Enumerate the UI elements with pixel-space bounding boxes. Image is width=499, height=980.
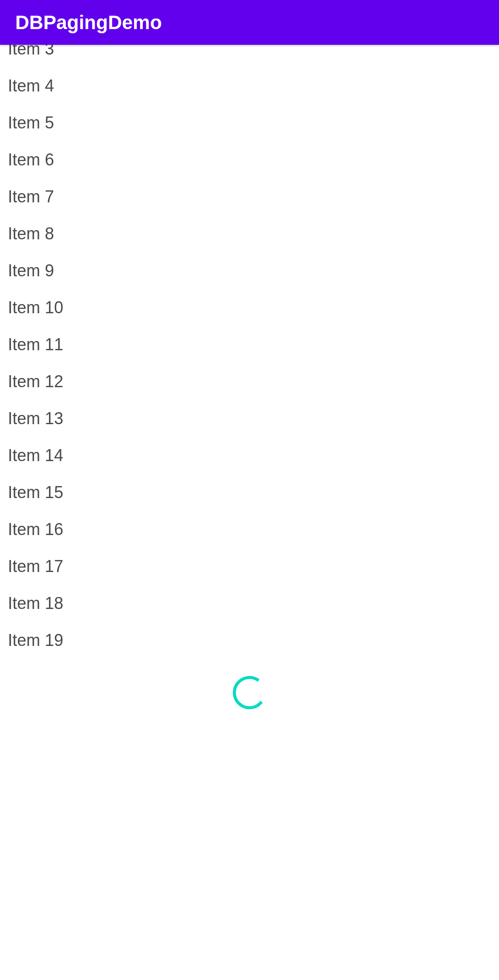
list-item-label: Item 17 — [8, 557, 63, 576]
list-item[interactable]: Item 5 — [0, 104, 499, 141]
app-title: DBPagingDemo — [15, 12, 162, 34]
loading-indicator-container — [0, 659, 499, 730]
svg-point-0 — [234, 677, 265, 708]
list-item-label: Item 7 — [8, 187, 54, 206]
list-item[interactable]: Item 8 — [0, 215, 499, 252]
list-item[interactable]: Item 9 — [0, 252, 499, 289]
list-item-label: Item 15 — [8, 483, 63, 502]
list-item[interactable]: Item 7 — [0, 178, 499, 215]
list-item[interactable]: Item 15 — [0, 474, 499, 511]
list-item[interactable]: Item 10 — [0, 289, 499, 326]
list-item-label: Item 11 — [8, 335, 63, 354]
list-item-label: Item 4 — [8, 76, 54, 95]
list-item[interactable]: Item 6 — [0, 141, 499, 178]
list-item-label: Item 8 — [8, 224, 54, 243]
list-item[interactable]: Item 4 — [0, 67, 499, 104]
list-item-label: Item 6 — [8, 150, 54, 169]
list-item-label: Item 16 — [8, 520, 63, 539]
list-item-label: Item 18 — [8, 594, 63, 613]
list-item-label: Item 13 — [8, 409, 63, 428]
list-item[interactable]: Item 18 — [0, 585, 499, 622]
loading-spinner-icon — [231, 674, 268, 712]
list-item-label: Item 14 — [8, 446, 63, 465]
list-item[interactable]: Item 17 — [0, 548, 499, 585]
item-list[interactable]: Item 3 Item 4 Item 5 Item 6 Item 7 Item … — [0, 39, 499, 730]
list-item-label: Item 5 — [8, 113, 54, 132]
list-item-label: Item 10 — [8, 298, 63, 317]
list-item[interactable]: Item 16 — [0, 511, 499, 548]
list-item[interactable]: Item 13 — [0, 400, 499, 437]
list-item[interactable]: Item 19 — [0, 622, 499, 659]
list-item-label: Item 12 — [8, 372, 63, 391]
list-item[interactable]: Item 11 — [0, 326, 499, 363]
list-item[interactable]: Item 12 — [0, 363, 499, 400]
list-item-label: Item 19 — [8, 631, 63, 650]
app-bar: DBPagingDemo — [0, 0, 499, 45]
list-item[interactable]: Item 14 — [0, 437, 499, 474]
list-item-label: Item 9 — [8, 261, 54, 280]
